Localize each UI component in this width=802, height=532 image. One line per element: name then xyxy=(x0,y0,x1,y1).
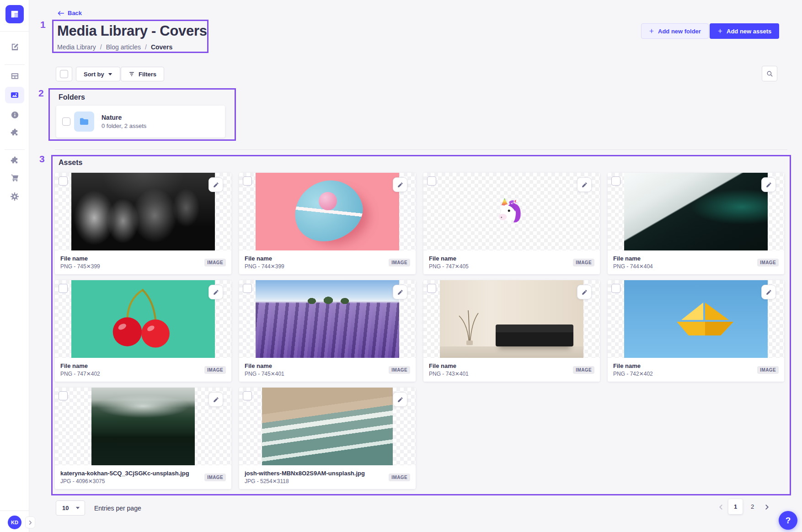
back-link[interactable]: Back xyxy=(57,10,82,16)
sidebar-item-content-type-builder[interactable] xyxy=(5,68,24,84)
asset-image xyxy=(256,280,399,358)
asset-edit-button[interactable] xyxy=(393,177,407,192)
asset-checkbox[interactable] xyxy=(243,284,252,293)
breadcrumb-media-library[interactable]: Media Library xyxy=(57,43,106,51)
asset-checkbox[interactable] xyxy=(243,391,252,400)
asset-card[interactable]: kateryna-kokhan-5CQ_3CjSGKc-unsplash.jpg… xyxy=(55,388,231,489)
pagination-page-1[interactable]: 1 xyxy=(728,499,743,514)
info-icon xyxy=(11,111,19,119)
annotation-number-1: 1 xyxy=(40,19,46,30)
asset-card[interactable]: File name PNG - 743✕401 IMAGE xyxy=(423,280,600,382)
asset-media xyxy=(423,173,600,250)
asset-checkbox[interactable] xyxy=(59,391,68,400)
select-all-frame xyxy=(56,67,72,81)
breadcrumb-blog-articles[interactable]: Blog articles xyxy=(106,43,151,51)
asset-card[interactable]: File name PNG - 745✕401 IMAGE xyxy=(239,280,416,382)
annotation-number-2: 2 xyxy=(38,88,44,99)
page-size-select[interactable]: 10 xyxy=(56,500,85,516)
sidebar-divider xyxy=(5,64,25,65)
asset-checkbox[interactable] xyxy=(59,176,68,186)
assets-section-title: Assets xyxy=(59,159,82,167)
asset-card[interactable]: File name PNG - 745✕399 IMAGE xyxy=(55,173,231,274)
asset-media xyxy=(55,280,231,358)
asset-card[interactable]: File name PNG - 742✕402 IMAGE xyxy=(608,280,784,382)
asset-checkbox[interactable] xyxy=(611,284,620,293)
add-new-folder-button[interactable]: Add new folder xyxy=(641,23,709,39)
pencil-icon xyxy=(213,289,219,295)
asset-footer: File name PNG - 744✕404 IMAGE xyxy=(608,250,784,274)
asset-media xyxy=(239,173,416,250)
asset-name: File name xyxy=(429,255,469,262)
puzzle-icon xyxy=(11,128,19,137)
asset-footer: File name PNG - 745✕401 IMAGE xyxy=(239,358,416,382)
asset-card[interactable]: File name PNG - 744✕404 IMAGE xyxy=(608,173,784,274)
pencil-icon xyxy=(582,182,588,188)
folder-checkbox[interactable] xyxy=(62,117,70,126)
asset-edit-button[interactable] xyxy=(209,285,223,299)
asset-edit-button[interactable] xyxy=(209,392,223,407)
asset-edit-button[interactable] xyxy=(761,177,776,192)
asset-edit-button[interactable] xyxy=(393,392,407,407)
asset-checkbox[interactable] xyxy=(611,176,620,186)
asset-card[interactable]: File name PNG - 744✕399 IMAGE xyxy=(239,173,416,274)
sidebar-item-content-manager[interactable] xyxy=(5,38,24,55)
asset-checkbox[interactable] xyxy=(243,176,252,186)
sidebar-divider xyxy=(0,31,29,32)
sidebar-item-plugin[interactable] xyxy=(5,124,24,141)
sidebar-divider xyxy=(5,149,25,150)
help-button[interactable]: ? xyxy=(779,511,797,530)
asset-edit-button[interactable] xyxy=(577,177,592,192)
asset-type-badge: IMAGE xyxy=(204,366,226,374)
pagination-page-2[interactable]: 2 xyxy=(745,499,759,514)
asset-image xyxy=(91,388,195,465)
asset-edit-button[interactable] xyxy=(761,285,776,299)
asset-image xyxy=(624,173,768,250)
asset-edit-button[interactable] xyxy=(393,285,407,299)
asset-card[interactable]: josh-withers-MBNx8O2S9AM-unsplash.jpg JP… xyxy=(239,388,416,489)
pencil-icon xyxy=(766,289,772,295)
sidebar-expand-button[interactable] xyxy=(25,516,35,528)
asset-type-badge: IMAGE xyxy=(573,366,594,374)
sidebar-item-plugins[interactable] xyxy=(5,152,24,169)
asset-name: File name xyxy=(429,362,469,369)
select-all-checkbox[interactable] xyxy=(60,70,68,78)
avatar[interactable]: KD xyxy=(8,516,21,529)
asset-footer: File name PNG - 747✕402 IMAGE xyxy=(55,358,231,382)
asset-footer: kateryna-kokhan-5CQ_3CjSGKc-unsplash.jpg… xyxy=(55,465,231,489)
asset-checkbox[interactable] xyxy=(59,284,68,293)
asset-checkbox[interactable] xyxy=(427,284,436,293)
asset-edit-button[interactable] xyxy=(209,177,223,192)
add-new-assets-button[interactable]: Add new assets xyxy=(710,23,779,39)
asset-card[interactable]: File name PNG - 747✕402 IMAGE xyxy=(55,280,231,382)
asset-checkbox[interactable] xyxy=(427,176,436,186)
asset-image xyxy=(440,173,583,250)
pencil-icon xyxy=(582,289,588,295)
sidebar-item-documentation[interactable] xyxy=(5,106,24,123)
asset-edit-button[interactable] xyxy=(577,285,592,299)
asset-media xyxy=(239,388,416,465)
folder-meta: 0 folder, 2 assets xyxy=(102,122,146,129)
page-size-value: 10 xyxy=(62,505,69,511)
asset-meta: PNG - 743✕401 xyxy=(429,371,469,377)
pencil-icon xyxy=(213,182,219,188)
sort-by-button[interactable]: Sort by xyxy=(76,67,120,81)
asset-meta: PNG - 745✕399 xyxy=(60,263,100,270)
strapi-logo[interactable] xyxy=(5,5,24,23)
asset-media xyxy=(608,280,784,358)
plus-icon xyxy=(717,28,723,34)
search-button[interactable] xyxy=(762,66,777,81)
sidebar-item-media-library[interactable] xyxy=(5,87,24,103)
asset-name: File name xyxy=(245,255,284,262)
pagination-next-button[interactable] xyxy=(763,503,771,511)
sidebar-item-settings[interactable] xyxy=(5,188,24,205)
folder-card-nature[interactable]: Nature 0 folder, 2 assets xyxy=(56,106,225,138)
asset-footer: File name PNG - 743✕401 IMAGE xyxy=(423,358,600,382)
asset-image xyxy=(262,388,393,465)
folders-section-title: Folders xyxy=(59,93,85,101)
asset-meta: PNG - 747✕402 xyxy=(60,371,100,377)
filters-button[interactable]: Filters xyxy=(121,67,164,81)
asset-type-badge: IMAGE xyxy=(757,366,779,374)
asset-card[interactable]: File name PNG - 747✕405 IMAGE xyxy=(423,173,600,274)
pagination-previous-button[interactable] xyxy=(716,503,725,511)
sidebar-item-marketplace[interactable] xyxy=(5,169,24,186)
